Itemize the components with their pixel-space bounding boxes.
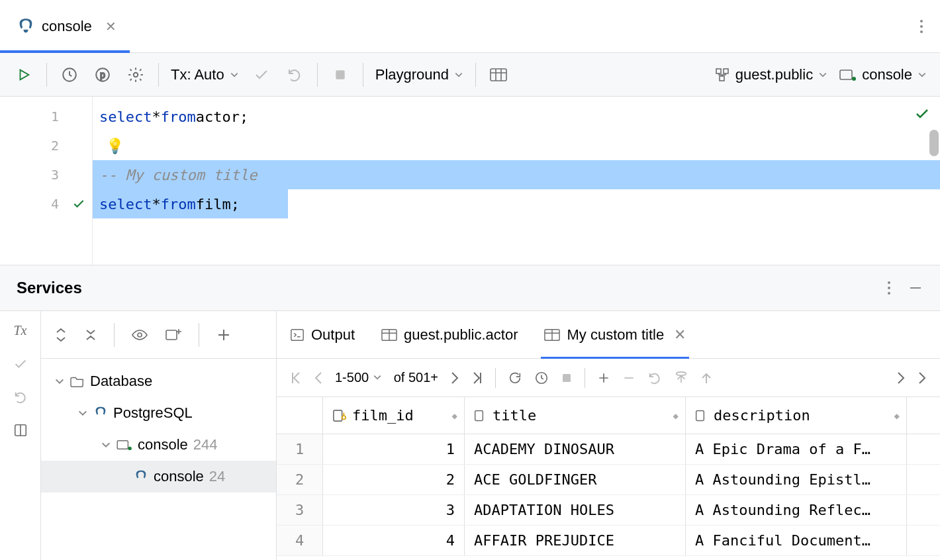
page-total: of 501+	[394, 370, 438, 385]
svg-point-21	[128, 447, 131, 450]
first-page-icon[interactable]	[290, 371, 302, 385]
add-icon[interactable]	[216, 327, 232, 343]
table-icon	[544, 328, 560, 342]
tree-row-console[interactable]: console 244	[41, 429, 276, 461]
expand-icon[interactable]	[54, 327, 68, 343]
schedule-icon[interactable]	[534, 371, 549, 385]
table-row[interactable]: 4 4 AFFAIR PREJUDICE A Fanciful Document…	[277, 526, 940, 556]
data-editor-icon[interactable]	[488, 64, 509, 85]
table-icon	[381, 328, 397, 342]
services-rail: Tx	[0, 311, 41, 560]
result-tabs: Output guest.public.actor My custom titl…	[277, 311, 940, 359]
tree-row-database[interactable]: Database	[41, 365, 276, 397]
column-icon	[474, 409, 487, 422]
services-tree[interactable]: Database PostgreSQL console 244 console …	[41, 359, 276, 560]
reload-icon[interactable]	[508, 371, 522, 385]
svg-rect-30	[475, 410, 483, 420]
result-tab-actor[interactable]: guest.public.actor	[381, 311, 518, 358]
tree-row-console-leaf[interactable]: console 24	[41, 461, 276, 492]
bulb-icon[interactable]: 💡	[106, 138, 124, 154]
session-dropdown[interactable]: console	[839, 66, 927, 83]
last-page-icon[interactable]	[471, 371, 483, 385]
svg-rect-22	[291, 329, 303, 340]
more-icon[interactable]	[887, 280, 891, 296]
svg-rect-9	[716, 69, 721, 73]
svg-rect-20	[117, 441, 128, 449]
more-icon[interactable]	[917, 371, 927, 385]
svg-point-13	[852, 77, 856, 81]
services-tree-panel: Database PostgreSQL console 244 console …	[41, 311, 277, 560]
eye-icon[interactable]	[131, 328, 148, 342]
svg-rect-10	[724, 69, 728, 73]
rollback-icon[interactable]	[284, 64, 305, 85]
column-icon	[695, 409, 708, 422]
schema-dropdown[interactable]: guest.public	[714, 66, 827, 83]
tree-toolbar	[41, 311, 276, 359]
explain-icon[interactable]: p	[92, 64, 113, 85]
svg-point-29	[342, 416, 346, 419]
commit-icon[interactable]	[13, 357, 28, 371]
svg-point-0	[920, 20, 923, 23]
scrollbar[interactable]	[929, 130, 939, 156]
table-row[interactable]: 2 2 ACE GOLDFINGER A Astounding Epistl…	[277, 465, 940, 495]
rollback-icon[interactable]	[13, 390, 28, 404]
next-page-icon[interactable]	[450, 371, 459, 385]
revert-icon[interactable]	[647, 371, 662, 385]
tx-icon[interactable]: Tx	[14, 323, 27, 338]
close-icon[interactable]: ✕	[105, 19, 117, 34]
collapse-icon[interactable]	[84, 327, 97, 343]
tab-menu-icon[interactable]	[919, 19, 923, 34]
layout-icon[interactable]	[13, 423, 28, 438]
table-row[interactable]: 1 1 ACADEMY DINOSAUR A Epic Drama of a F…	[277, 434, 940, 465]
results-panel: Output guest.public.actor My custom titl…	[277, 311, 940, 560]
code-editor[interactable]: 1 2 3 4 select * from actor; 💡 -- My cus…	[0, 97, 940, 265]
close-icon[interactable]: ✕	[674, 326, 686, 344]
services-title: Services	[17, 279, 82, 297]
svg-rect-26	[563, 374, 571, 382]
grid-header: film_id◆ title◆ description◆	[277, 397, 940, 434]
minimize-icon[interactable]	[908, 280, 923, 296]
svg-point-16	[888, 292, 890, 295]
result-toolbar: 1-500 of 501+	[277, 359, 940, 397]
column-description[interactable]: description◆	[686, 397, 907, 434]
next-icon[interactable]	[896, 371, 906, 385]
run-icon[interactable]	[13, 64, 34, 85]
svg-text:p: p	[100, 70, 105, 80]
key-column-icon	[332, 409, 347, 422]
settings-icon[interactable]	[125, 64, 146, 85]
commit-icon[interactable]	[251, 64, 272, 85]
result-grid[interactable]: film_id◆ title◆ description◆ 1 1 ACADEMY…	[277, 397, 940, 560]
tab-title: console	[42, 18, 92, 35]
remove-row-icon[interactable]	[622, 371, 635, 385]
up-icon[interactable]	[700, 371, 712, 385]
stop-icon[interactable]	[330, 64, 351, 85]
svg-rect-11	[720, 76, 724, 81]
page-range-dropdown[interactable]: 1-500	[335, 370, 382, 385]
svg-rect-7	[336, 70, 344, 79]
svg-point-15	[888, 287, 890, 289]
postgres-icon	[134, 469, 148, 484]
svg-point-2	[920, 30, 923, 33]
result-tab-output[interactable]: Output	[290, 311, 355, 358]
stop-icon[interactable]	[561, 372, 573, 384]
tab-console[interactable]: console ✕	[0, 0, 130, 52]
check-icon	[72, 197, 85, 210]
column-title[interactable]: title◆	[465, 397, 686, 434]
services-header: Services	[0, 265, 940, 311]
tree-row-postgresql[interactable]: PostgreSQL	[41, 397, 276, 429]
svg-point-1	[920, 25, 923, 28]
console-icon	[117, 439, 132, 451]
svg-point-14	[888, 281, 890, 284]
add-row-icon[interactable]	[597, 371, 610, 385]
new-session-icon[interactable]	[165, 327, 182, 343]
submit-icon[interactable]	[674, 371, 688, 385]
history-icon[interactable]	[59, 64, 80, 85]
table-row[interactable]: 3 3 ADAPTATION HOLES A Astounding Reflec…	[277, 495, 940, 526]
services-panel: Tx Database PostgreSQL	[0, 311, 940, 560]
playground-dropdown[interactable]: Playground	[375, 66, 463, 83]
tx-mode-dropdown[interactable]: Tx: Auto	[171, 66, 239, 83]
prev-page-icon[interactable]	[314, 371, 323, 385]
column-film-id[interactable]: film_id◆	[323, 397, 465, 434]
folder-icon	[70, 375, 85, 388]
result-tab-custom[interactable]: My custom title ✕	[544, 311, 686, 358]
